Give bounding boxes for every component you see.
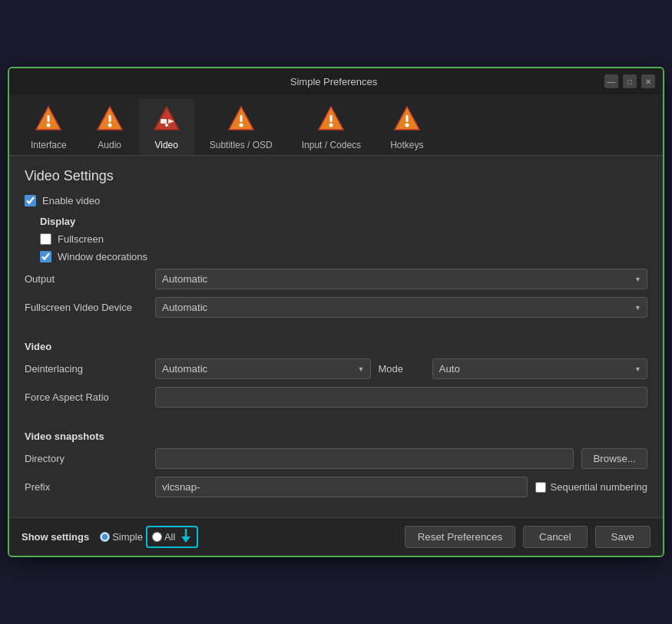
arrow-indicator bbox=[180, 529, 192, 545]
svg-point-1 bbox=[47, 124, 51, 127]
svg-point-14 bbox=[329, 124, 333, 127]
sequential-numbering-checkbox[interactable] bbox=[535, 482, 546, 493]
deinterlacing-label: Deinterlacing bbox=[25, 363, 147, 375]
minimize-button[interactable]: — bbox=[604, 74, 618, 88]
tab-input-label: Input / Codecs bbox=[302, 140, 361, 150]
video-icon bbox=[153, 105, 180, 137]
window-controls: — □ ✕ bbox=[604, 74, 655, 88]
force-aspect-ratio-input[interactable] bbox=[155, 387, 647, 408]
output-select-wrapper: Automatic bbox=[155, 269, 647, 289]
fullscreen-device-row: Fullscreen Video Device Automatic bbox=[25, 297, 647, 318]
output-select[interactable]: Automatic bbox=[155, 269, 647, 289]
main-window: Simple Preferences — □ ✕ Interface bbox=[8, 67, 664, 557]
fullscreen-row: Fullscreen bbox=[40, 233, 647, 245]
fullscreen-device-label: Fullscreen Video Device bbox=[25, 302, 147, 313]
browse-button[interactable]: Browse... bbox=[581, 448, 647, 469]
tab-hotkeys-label: Hotkeys bbox=[390, 140, 423, 150]
all-radio[interactable] bbox=[152, 532, 162, 542]
audio-icon bbox=[96, 105, 124, 137]
show-settings-radio-group: Simple All bbox=[100, 526, 198, 548]
simple-radio[interactable] bbox=[100, 532, 110, 542]
output-row: Output Automatic bbox=[25, 269, 647, 289]
svg-rect-15 bbox=[330, 115, 333, 122]
svg-rect-2 bbox=[48, 115, 50, 122]
tab-video-label: Video bbox=[154, 140, 177, 150]
all-radio-label[interactable]: All bbox=[152, 531, 175, 543]
content-area: Video Settings Enable video Display Full… bbox=[9, 156, 663, 517]
svg-point-9 bbox=[165, 124, 168, 127]
close-button[interactable]: ✕ bbox=[641, 74, 655, 88]
window-decorations-checkbox[interactable] bbox=[40, 251, 51, 262]
svg-point-4 bbox=[108, 124, 111, 127]
reset-preferences-button[interactable]: Reset Preferences bbox=[405, 526, 515, 548]
deinterlacing-row: Deinterlacing Automatic Mode Auto bbox=[25, 358, 647, 379]
window-title: Simple Preferences bbox=[63, 76, 604, 87]
fullscreen-checkbox[interactable] bbox=[40, 233, 51, 245]
window-decorations-label[interactable]: Window decorations bbox=[58, 251, 147, 262]
sequential-numbering-row: Sequential numbering bbox=[535, 481, 647, 493]
window-decorations-row: Window decorations bbox=[40, 251, 647, 262]
display-group-label: Display bbox=[25, 216, 647, 227]
video-group-label: Video bbox=[25, 341, 647, 352]
simple-radio-label[interactable]: Simple bbox=[100, 531, 143, 543]
tab-video[interactable]: Video bbox=[139, 99, 194, 155]
deinterlacing-select-wrapper: Automatic bbox=[155, 358, 371, 379]
mode-select-wrapper: Auto bbox=[432, 358, 648, 379]
svg-marker-20 bbox=[181, 537, 190, 543]
svg-rect-12 bbox=[240, 115, 242, 122]
page-title: Video Settings bbox=[25, 168, 647, 184]
svg-rect-18 bbox=[406, 115, 408, 122]
svg-rect-5 bbox=[108, 115, 111, 122]
sequential-numbering-label[interactable]: Sequential numbering bbox=[551, 481, 647, 493]
titlebar: Simple Preferences — □ ✕ bbox=[9, 68, 663, 94]
tab-audio-label: Audio bbox=[98, 140, 121, 150]
interface-icon bbox=[35, 105, 62, 137]
prefix-input[interactable] bbox=[155, 477, 528, 497]
cancel-button[interactable]: Cancel bbox=[523, 526, 588, 548]
subtitles-icon bbox=[227, 105, 255, 137]
tab-bar: Interface Audio Video bbox=[9, 94, 663, 156]
tab-interface[interactable]: Interface bbox=[17, 99, 81, 155]
all-radio-wrapper: All bbox=[146, 526, 198, 548]
enable-video-label[interactable]: Enable video bbox=[42, 195, 100, 206]
svg-point-11 bbox=[239, 124, 243, 127]
maximize-button[interactable]: □ bbox=[623, 74, 637, 88]
tab-input[interactable]: Input / Codecs bbox=[288, 99, 375, 155]
video-snapshots-group-label: Video snapshots bbox=[25, 431, 647, 442]
enable-video-checkbox[interactable] bbox=[25, 195, 36, 206]
force-aspect-ratio-row: Force Aspect Ratio bbox=[25, 387, 647, 408]
fullscreen-label[interactable]: Fullscreen bbox=[58, 233, 104, 245]
mode-select[interactable]: Auto bbox=[432, 358, 648, 379]
directory-input[interactable] bbox=[155, 448, 574, 469]
enable-video-row: Enable video bbox=[25, 195, 647, 206]
all-label-text: All bbox=[164, 531, 175, 543]
svg-point-17 bbox=[405, 124, 409, 127]
prefix-row: Prefix Sequential numbering bbox=[25, 477, 647, 497]
show-settings-label: Show settings bbox=[22, 531, 89, 543]
hotkeys-icon bbox=[393, 105, 421, 137]
fullscreen-device-select-wrapper: Automatic bbox=[155, 297, 647, 318]
mode-label: Mode bbox=[379, 363, 425, 375]
fullscreen-device-select[interactable]: Automatic bbox=[155, 297, 647, 318]
directory-row: Directory Browse... bbox=[25, 448, 647, 469]
directory-label: Directory bbox=[25, 453, 147, 464]
tab-hotkeys[interactable]: Hotkeys bbox=[376, 99, 437, 155]
prefix-label: Prefix bbox=[25, 481, 147, 493]
input-icon bbox=[317, 105, 345, 137]
deinterlacing-select[interactable]: Automatic bbox=[155, 358, 371, 379]
tab-subtitles-label: Subtitles / OSD bbox=[210, 140, 273, 150]
tab-subtitles[interactable]: Subtitles / OSD bbox=[196, 99, 286, 155]
svg-rect-7 bbox=[161, 119, 167, 124]
output-label: Output bbox=[25, 273, 147, 285]
force-aspect-ratio-label: Force Aspect Ratio bbox=[25, 391, 147, 403]
save-button[interactable]: Save bbox=[595, 526, 650, 548]
tab-interface-label: Interface bbox=[31, 140, 67, 150]
footer: Show settings Simple All Reset bbox=[9, 517, 663, 556]
tab-audio[interactable]: Audio bbox=[82, 99, 137, 155]
simple-label-text: Simple bbox=[112, 531, 143, 543]
